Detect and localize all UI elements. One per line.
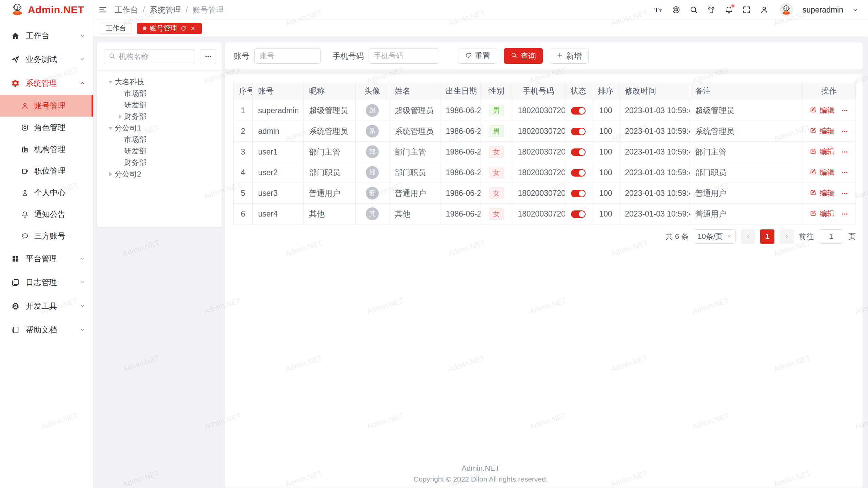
edit-button[interactable]: 编辑 [820,167,834,178]
chevron-down-icon [79,279,86,286]
search-icon [108,53,116,61]
sidebar-subitem[interactable]: 机构管理 [0,138,93,160]
profile-icon [21,189,29,197]
more-actions-icon[interactable] [841,128,848,135]
tree-node[interactable]: 财务部 [97,111,222,122]
table-cell: 超级管理员 [303,100,355,121]
refresh-icon[interactable] [180,25,186,32]
edit-icon[interactable] [810,189,817,198]
sidebar-subitem[interactable]: 账号管理 [0,95,93,117]
tree-node[interactable]: 市场部 [97,134,222,145]
chat-icon [21,232,29,240]
sidebar-item[interactable]: 日志管理 [0,270,93,294]
tree-node[interactable]: 财务部 [97,157,222,168]
table-cell: 100 [592,100,619,121]
sex-badge: 男 [489,125,504,137]
notification-bell-icon[interactable] [725,5,733,14]
caret-collapsed-icon[interactable] [116,114,124,119]
sidebar-item[interactable]: 系统管理 [0,71,93,95]
tree-node[interactable]: 分公司2 [97,168,222,180]
table-cell: 系统管理员 [303,121,355,142]
more-actions-icon[interactable] [841,190,848,197]
table-cell: 18020030720 [512,183,565,204]
status-toggle[interactable] [571,169,586,177]
more-actions-icon[interactable] [841,210,848,218]
sidebar-subitem[interactable]: 角色管理 [0,117,93,138]
query-button[interactable]: 查询 [504,48,543,64]
phone-input[interactable] [369,48,439,64]
sidebar-item[interactable]: 工作台 [0,24,93,47]
org-more-button[interactable] [200,49,216,64]
prev-page-button[interactable] [741,229,755,244]
status-toggle[interactable] [571,107,586,115]
page-number[interactable]: 1 [760,229,774,244]
tree-node[interactable]: 分公司1 [97,122,222,134]
edit-button[interactable]: 编辑 [820,209,834,219]
avatar: 部 [366,145,379,158]
column-header: 昵称 [303,82,355,100]
theme-icon[interactable] [707,5,716,14]
account-input[interactable] [254,48,321,64]
tree-node[interactable]: 研发部 [97,145,222,157]
chevron-down-icon[interactable] [852,7,859,13]
sidebar-item[interactable]: 业务测试 [0,47,93,71]
edit-button[interactable]: 编辑 [820,188,834,198]
sidebar-item-label: 系统管理 [26,78,57,88]
sidebar-subitem[interactable]: 个人中心 [0,182,93,203]
chevron-down-icon [79,56,86,63]
chevron-down-icon [726,232,732,241]
caret-expanded-icon[interactable] [106,127,115,130]
table-cell: 部门主管 [303,142,355,162]
status-toggle[interactable] [571,210,586,218]
breadcrumb-item[interactable]: 工作台 [115,5,138,15]
add-button[interactable]: 新增 [550,48,589,64]
next-page-button[interactable] [780,229,794,244]
edit-icon[interactable] [810,168,817,177]
tab-active[interactable]: 账号管理 [137,23,202,34]
caret-expanded-icon[interactable] [106,81,115,84]
tree-node-label: 财务部 [124,111,146,122]
edit-icon[interactable] [810,147,817,157]
page-size-select[interactable]: 10条/页 [694,229,736,244]
edit-button[interactable]: 编辑 [820,147,834,157]
tab-item[interactable]: 工作台 [100,23,132,34]
edit-icon[interactable] [810,209,817,219]
sidebar-subitem[interactable]: 三方账号 [0,225,93,247]
more-actions-icon[interactable] [841,169,848,176]
username[interactable]: superadmin [803,5,843,15]
more-actions-icon[interactable] [841,148,848,156]
font-size-icon[interactable]: TT [654,5,663,14]
language-icon[interactable] [672,5,680,14]
role-icon [21,124,29,131]
collapse-menu-icon[interactable] [98,5,107,14]
reset-button[interactable]: 重置 [458,48,497,64]
close-icon[interactable] [190,25,196,32]
sidebar-item[interactable]: 帮助文档 [0,318,93,342]
fullscreen-icon[interactable] [742,5,751,14]
sidebar-subitem[interactable]: 通知公告 [0,203,93,225]
tree-node[interactable]: 市场部 [97,88,222,99]
breadcrumb-item[interactable]: 系统管理 [150,5,181,15]
sidebar-subitem[interactable]: 职位管理 [0,160,93,182]
status-toggle[interactable] [571,190,586,197]
org-search-input[interactable] [119,52,190,61]
edit-button[interactable]: 编辑 [820,126,834,136]
tree-node[interactable]: 大名科技 [97,76,222,88]
status-toggle[interactable] [571,128,586,135]
more-actions-icon[interactable] [841,107,848,114]
column-header: 修改时间 [619,82,690,100]
edit-icon[interactable] [810,106,817,115]
goto-page-input[interactable] [819,229,843,244]
sidebar-item[interactable]: 平台管理 [0,247,93,270]
table-cell: 编辑 [803,162,856,183]
caret-collapsed-icon[interactable] [106,172,115,177]
tree-node[interactable]: 研发部 [97,99,222,111]
status-toggle[interactable] [571,148,586,156]
edit-button[interactable]: 编辑 [820,105,834,116]
sidebar-item[interactable]: 开发工具 [0,294,93,318]
avatar[interactable] [780,3,793,17]
user-icon[interactable] [760,5,769,14]
sidebar-subitem-label: 机构管理 [34,144,65,155]
search-icon[interactable] [689,5,698,14]
edit-icon[interactable] [810,127,817,136]
